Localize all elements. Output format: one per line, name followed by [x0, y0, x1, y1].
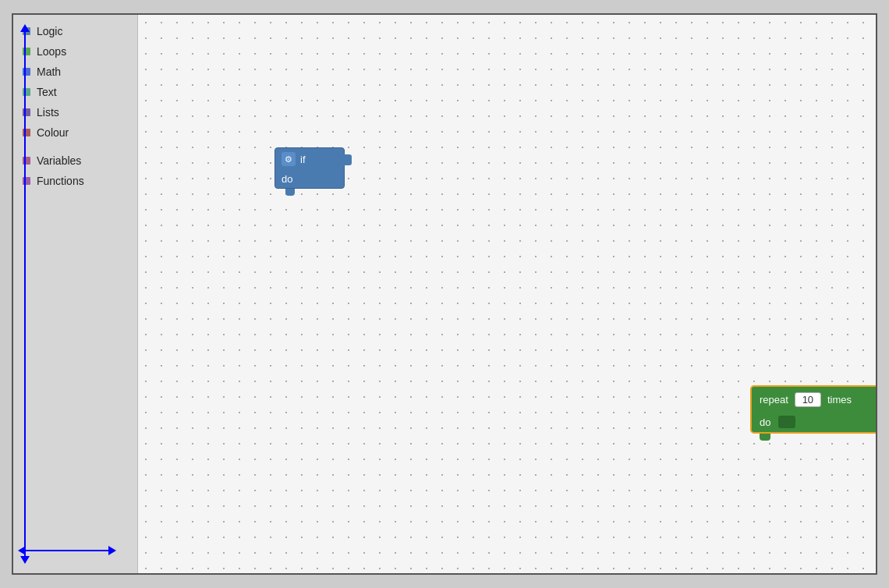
if-block-top: ⚙ if: [275, 148, 344, 170]
sidebar-label-logic: Logic: [37, 25, 62, 37]
if-label: if: [300, 154, 306, 165]
sidebar-label-loops: Loops: [37, 45, 66, 58]
repeat-do-label: do: [760, 416, 770, 428]
repeat-block[interactable]: repeat times do: [750, 385, 876, 441]
sidebar-item-math[interactable]: Math: [13, 62, 137, 82]
repeat-label: repeat: [760, 394, 788, 406]
sidebar-label-colour: Colour: [37, 126, 69, 139]
canvas-area[interactable]: ⚙ if do repeat times: [138, 15, 876, 573]
if-puzzle-out: [285, 188, 295, 196]
do-indent: do: [282, 173, 292, 185]
sidebar-label-math: Math: [37, 66, 61, 78]
repeat-puzzle-out: [760, 433, 770, 441]
if-right-notch: [344, 154, 352, 165]
times-label: times: [827, 394, 852, 406]
repeat-block-top: repeat times: [752, 387, 876, 412]
sidebar-item-functions[interactable]: Functions: [13, 171, 137, 191]
sidebar-label-functions: Functions: [37, 175, 84, 187]
gear-icon[interactable]: ⚙: [282, 152, 296, 166]
repeat-count-input[interactable]: [795, 392, 821, 407]
sidebar-item-loops[interactable]: Loops: [13, 41, 137, 62]
sidebar-label-lists: Lists: [37, 106, 59, 119]
sidebar-item-logic[interactable]: Logic: [13, 21, 137, 41]
sidebar-item-colour[interactable]: Colour: [13, 122, 137, 143]
sidebar-label-variables: Variables: [37, 154, 81, 167]
horizontal-arrow: [24, 550, 110, 551]
sidebar-spacer: [13, 143, 137, 151]
repeat-block-bottom: do: [752, 412, 876, 432]
if-block-inner: ⚙ if do: [274, 147, 345, 189]
if-block[interactable]: ⚙ if do: [274, 147, 345, 196]
if-block-bottom: do: [275, 170, 344, 188]
sidebar-item-text[interactable]: Text: [13, 82, 137, 102]
repeat-block-inner: repeat times do: [750, 385, 876, 434]
repeat-do-notch: [778, 416, 795, 428]
sidebar-item-variables[interactable]: Variables: [13, 151, 137, 171]
do-label: do: [282, 173, 292, 185]
vertical-arrow: [24, 30, 26, 558]
sidebar: Logic Loops Math Text Lists Colour Varia…: [13, 15, 138, 573]
main-container: Logic Loops Math Text Lists Colour Varia…: [12, 13, 877, 575]
sidebar-label-text: Text: [37, 86, 57, 98]
sidebar-item-lists[interactable]: Lists: [13, 102, 137, 122]
